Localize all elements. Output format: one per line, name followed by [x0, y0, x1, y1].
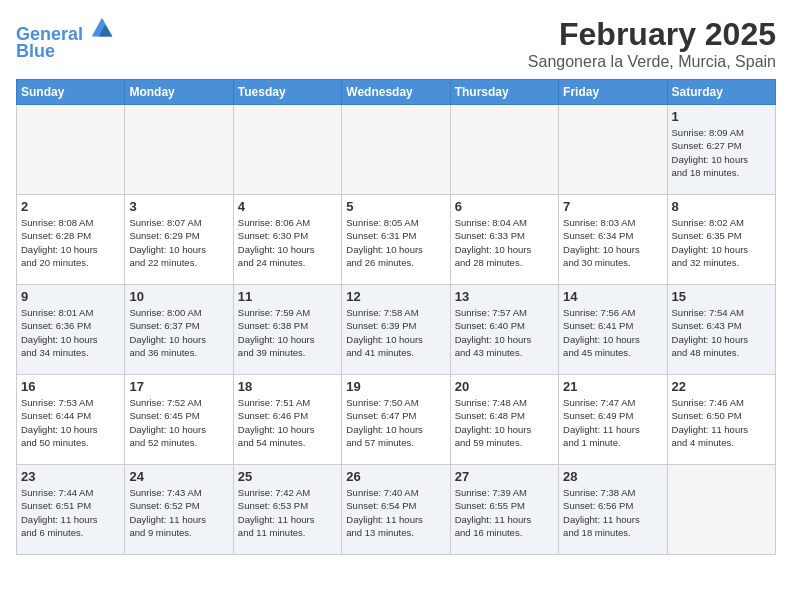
day-info: Sunrise: 8:08 AM Sunset: 6:28 PM Dayligh…: [21, 216, 120, 269]
day-info: Sunrise: 7:50 AM Sunset: 6:47 PM Dayligh…: [346, 396, 445, 449]
calendar-cell: 11Sunrise: 7:59 AM Sunset: 6:38 PM Dayli…: [233, 285, 341, 375]
calendar-cell: 4Sunrise: 8:06 AM Sunset: 6:30 PM Daylig…: [233, 195, 341, 285]
calendar-cell: 13Sunrise: 7:57 AM Sunset: 6:40 PM Dayli…: [450, 285, 558, 375]
col-header-saturday: Saturday: [667, 80, 775, 105]
day-number: 28: [563, 469, 662, 484]
day-info: Sunrise: 7:52 AM Sunset: 6:45 PM Dayligh…: [129, 396, 228, 449]
calendar-cell: 25Sunrise: 7:42 AM Sunset: 6:53 PM Dayli…: [233, 465, 341, 555]
day-number: 3: [129, 199, 228, 214]
calendar-cell: 19Sunrise: 7:50 AM Sunset: 6:47 PM Dayli…: [342, 375, 450, 465]
day-info: Sunrise: 7:39 AM Sunset: 6:55 PM Dayligh…: [455, 486, 554, 539]
calendar-cell: 20Sunrise: 7:48 AM Sunset: 6:48 PM Dayli…: [450, 375, 558, 465]
calendar-cell: 22Sunrise: 7:46 AM Sunset: 6:50 PM Dayli…: [667, 375, 775, 465]
calendar-cell: 9Sunrise: 8:01 AM Sunset: 6:36 PM Daylig…: [17, 285, 125, 375]
calendar-cell: 8Sunrise: 8:02 AM Sunset: 6:35 PM Daylig…: [667, 195, 775, 285]
day-number: 8: [672, 199, 771, 214]
day-info: Sunrise: 7:56 AM Sunset: 6:41 PM Dayligh…: [563, 306, 662, 359]
logo: General Blue: [16, 16, 114, 62]
day-number: 24: [129, 469, 228, 484]
day-info: Sunrise: 7:51 AM Sunset: 6:46 PM Dayligh…: [238, 396, 337, 449]
calendar-cell: 26Sunrise: 7:40 AM Sunset: 6:54 PM Dayli…: [342, 465, 450, 555]
day-info: Sunrise: 7:43 AM Sunset: 6:52 PM Dayligh…: [129, 486, 228, 539]
calendar-cell: 14Sunrise: 7:56 AM Sunset: 6:41 PM Dayli…: [559, 285, 667, 375]
day-number: 16: [21, 379, 120, 394]
day-number: 2: [21, 199, 120, 214]
day-info: Sunrise: 7:40 AM Sunset: 6:54 PM Dayligh…: [346, 486, 445, 539]
day-info: Sunrise: 8:04 AM Sunset: 6:33 PM Dayligh…: [455, 216, 554, 269]
calendar-cell: [559, 105, 667, 195]
title-block: February 2025 Sangonera la Verde, Murcia…: [528, 16, 776, 71]
day-info: Sunrise: 7:38 AM Sunset: 6:56 PM Dayligh…: [563, 486, 662, 539]
day-number: 26: [346, 469, 445, 484]
calendar-week-4: 16Sunrise: 7:53 AM Sunset: 6:44 PM Dayli…: [17, 375, 776, 465]
day-info: Sunrise: 7:44 AM Sunset: 6:51 PM Dayligh…: [21, 486, 120, 539]
calendar-table: SundayMondayTuesdayWednesdayThursdayFrid…: [16, 79, 776, 555]
day-number: 5: [346, 199, 445, 214]
calendar-cell: 6Sunrise: 8:04 AM Sunset: 6:33 PM Daylig…: [450, 195, 558, 285]
calendar-week-2: 2Sunrise: 8:08 AM Sunset: 6:28 PM Daylig…: [17, 195, 776, 285]
calendar-cell: 3Sunrise: 8:07 AM Sunset: 6:29 PM Daylig…: [125, 195, 233, 285]
day-info: Sunrise: 7:58 AM Sunset: 6:39 PM Dayligh…: [346, 306, 445, 359]
page-header: General Blue February 2025 Sangonera la …: [16, 16, 776, 71]
day-info: Sunrise: 8:09 AM Sunset: 6:27 PM Dayligh…: [672, 126, 771, 179]
col-header-thursday: Thursday: [450, 80, 558, 105]
location-subtitle: Sangonera la Verde, Murcia, Spain: [528, 53, 776, 71]
day-info: Sunrise: 8:05 AM Sunset: 6:31 PM Dayligh…: [346, 216, 445, 269]
calendar-cell: 17Sunrise: 7:52 AM Sunset: 6:45 PM Dayli…: [125, 375, 233, 465]
day-number: 25: [238, 469, 337, 484]
calendar-cell: 5Sunrise: 8:05 AM Sunset: 6:31 PM Daylig…: [342, 195, 450, 285]
calendar-cell: [233, 105, 341, 195]
day-number: 12: [346, 289, 445, 304]
calendar-cell: [667, 465, 775, 555]
day-info: Sunrise: 8:06 AM Sunset: 6:30 PM Dayligh…: [238, 216, 337, 269]
day-info: Sunrise: 8:03 AM Sunset: 6:34 PM Dayligh…: [563, 216, 662, 269]
calendar-week-3: 9Sunrise: 8:01 AM Sunset: 6:36 PM Daylig…: [17, 285, 776, 375]
calendar-cell: 2Sunrise: 8:08 AM Sunset: 6:28 PM Daylig…: [17, 195, 125, 285]
day-info: Sunrise: 8:02 AM Sunset: 6:35 PM Dayligh…: [672, 216, 771, 269]
calendar-header-row: SundayMondayTuesdayWednesdayThursdayFrid…: [17, 80, 776, 105]
col-header-monday: Monday: [125, 80, 233, 105]
calendar-cell: 28Sunrise: 7:38 AM Sunset: 6:56 PM Dayli…: [559, 465, 667, 555]
day-info: Sunrise: 7:57 AM Sunset: 6:40 PM Dayligh…: [455, 306, 554, 359]
day-number: 19: [346, 379, 445, 394]
day-number: 11: [238, 289, 337, 304]
calendar-cell: 16Sunrise: 7:53 AM Sunset: 6:44 PM Dayli…: [17, 375, 125, 465]
day-number: 13: [455, 289, 554, 304]
col-header-wednesday: Wednesday: [342, 80, 450, 105]
calendar-cell: 15Sunrise: 7:54 AM Sunset: 6:43 PM Dayli…: [667, 285, 775, 375]
calendar-week-1: 1Sunrise: 8:09 AM Sunset: 6:27 PM Daylig…: [17, 105, 776, 195]
day-info: Sunrise: 7:46 AM Sunset: 6:50 PM Dayligh…: [672, 396, 771, 449]
col-header-friday: Friday: [559, 80, 667, 105]
logo-icon: [90, 16, 114, 40]
calendar-cell: [342, 105, 450, 195]
day-info: Sunrise: 7:42 AM Sunset: 6:53 PM Dayligh…: [238, 486, 337, 539]
day-info: Sunrise: 8:01 AM Sunset: 6:36 PM Dayligh…: [21, 306, 120, 359]
calendar-cell: 7Sunrise: 8:03 AM Sunset: 6:34 PM Daylig…: [559, 195, 667, 285]
day-number: 1: [672, 109, 771, 124]
day-number: 20: [455, 379, 554, 394]
day-number: 18: [238, 379, 337, 394]
calendar-cell: 21Sunrise: 7:47 AM Sunset: 6:49 PM Dayli…: [559, 375, 667, 465]
month-title: February 2025: [528, 16, 776, 53]
calendar-cell: 12Sunrise: 7:58 AM Sunset: 6:39 PM Dayli…: [342, 285, 450, 375]
calendar-cell: 18Sunrise: 7:51 AM Sunset: 6:46 PM Dayli…: [233, 375, 341, 465]
calendar-cell: 10Sunrise: 8:00 AM Sunset: 6:37 PM Dayli…: [125, 285, 233, 375]
day-number: 9: [21, 289, 120, 304]
calendar-cell: 27Sunrise: 7:39 AM Sunset: 6:55 PM Dayli…: [450, 465, 558, 555]
calendar-cell: 23Sunrise: 7:44 AM Sunset: 6:51 PM Dayli…: [17, 465, 125, 555]
day-info: Sunrise: 7:54 AM Sunset: 6:43 PM Dayligh…: [672, 306, 771, 359]
day-number: 21: [563, 379, 662, 394]
day-info: Sunrise: 8:07 AM Sunset: 6:29 PM Dayligh…: [129, 216, 228, 269]
day-number: 15: [672, 289, 771, 304]
day-number: 4: [238, 199, 337, 214]
day-number: 23: [21, 469, 120, 484]
day-number: 14: [563, 289, 662, 304]
col-header-tuesday: Tuesday: [233, 80, 341, 105]
day-number: 10: [129, 289, 228, 304]
day-number: 6: [455, 199, 554, 214]
day-number: 22: [672, 379, 771, 394]
day-info: Sunrise: 7:48 AM Sunset: 6:48 PM Dayligh…: [455, 396, 554, 449]
day-number: 7: [563, 199, 662, 214]
calendar-cell: 1Sunrise: 8:09 AM Sunset: 6:27 PM Daylig…: [667, 105, 775, 195]
day-info: Sunrise: 7:47 AM Sunset: 6:49 PM Dayligh…: [563, 396, 662, 449]
